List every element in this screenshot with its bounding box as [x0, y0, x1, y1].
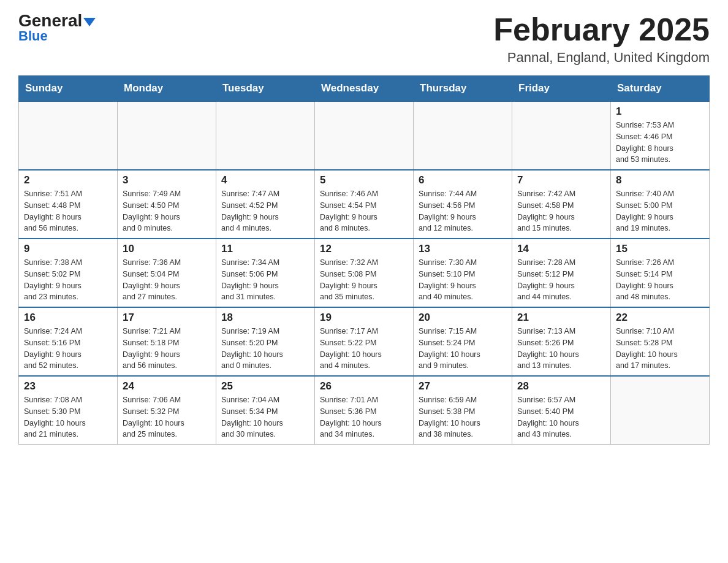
day-number: 19	[320, 312, 408, 324]
day-number: 6	[419, 174, 507, 186]
logo-triangle-icon	[83, 18, 96, 26]
day-number: 13	[419, 243, 507, 255]
day-info: Sunrise: 6:59 AMSunset: 5:38 PMDaylight:…	[419, 394, 507, 440]
header-sunday: Sunday	[19, 76, 118, 102]
header-saturday: Saturday	[611, 76, 710, 102]
day-number: 3	[123, 174, 211, 186]
calendar-cell-w4-d5: 21Sunrise: 7:13 AMSunset: 5:26 PMDayligh…	[512, 307, 611, 376]
day-info: Sunrise: 7:01 AMSunset: 5:36 PMDaylight:…	[320, 394, 408, 440]
day-number: 17	[123, 312, 211, 324]
day-info: Sunrise: 7:51 AMSunset: 4:48 PMDaylight:…	[24, 188, 112, 234]
day-info: Sunrise: 7:49 AMSunset: 4:50 PMDaylight:…	[123, 188, 211, 234]
calendar-cell-w3-d0: 9Sunrise: 7:38 AMSunset: 5:02 PMDaylight…	[19, 239, 118, 307]
calendar-cell-w5-d3: 26Sunrise: 7:01 AMSunset: 5:36 PMDayligh…	[315, 376, 414, 445]
day-info: Sunrise: 7:32 AMSunset: 5:08 PMDaylight:…	[320, 257, 408, 303]
day-number: 5	[320, 174, 408, 186]
calendar-cell-w2-d4: 6Sunrise: 7:44 AMSunset: 4:56 PMDaylight…	[414, 170, 512, 239]
weekday-header-row: Sunday Monday Tuesday Wednesday Thursday…	[19, 76, 710, 102]
day-number: 2	[24, 174, 112, 186]
calendar-cell-w1-d2	[216, 101, 315, 170]
day-number: 9	[24, 243, 112, 255]
day-number: 26	[320, 380, 408, 393]
day-info: Sunrise: 7:40 AMSunset: 5:00 PMDaylight:…	[616, 188, 704, 234]
day-info: Sunrise: 7:53 AMSunset: 4:46 PMDaylight:…	[616, 120, 704, 166]
day-number: 25	[221, 380, 309, 393]
calendar-cell-w5-d4: 27Sunrise: 6:59 AMSunset: 5:38 PMDayligh…	[414, 376, 512, 445]
calendar-cell-w4-d6: 22Sunrise: 7:10 AMSunset: 5:28 PMDayligh…	[611, 307, 710, 376]
day-info: Sunrise: 7:24 AMSunset: 5:16 PMDaylight:…	[24, 326, 112, 372]
day-info: Sunrise: 7:21 AMSunset: 5:18 PMDaylight:…	[123, 326, 211, 372]
day-info: Sunrise: 7:19 AMSunset: 5:20 PMDaylight:…	[221, 326, 309, 372]
day-number: 10	[123, 243, 211, 255]
week-row-2: 2Sunrise: 7:51 AMSunset: 4:48 PMDaylight…	[19, 170, 710, 239]
day-info: Sunrise: 7:17 AMSunset: 5:22 PMDaylight:…	[320, 326, 408, 372]
day-number: 12	[320, 243, 408, 255]
day-number: 28	[517, 380, 605, 393]
day-info: Sunrise: 7:26 AMSunset: 5:14 PMDaylight:…	[616, 257, 704, 303]
calendar-cell-w2-d0: 2Sunrise: 7:51 AMSunset: 4:48 PMDaylight…	[19, 170, 118, 239]
day-info: Sunrise: 7:30 AMSunset: 5:10 PMDaylight:…	[419, 257, 507, 303]
day-info: Sunrise: 7:34 AMSunset: 5:06 PMDaylight:…	[221, 257, 309, 303]
calendar-cell-w3-d1: 10Sunrise: 7:36 AMSunset: 5:04 PMDayligh…	[118, 239, 216, 307]
calendar-cell-w5-d1: 24Sunrise: 7:06 AMSunset: 5:32 PMDayligh…	[118, 376, 216, 445]
calendar-cell-w4-d3: 19Sunrise: 7:17 AMSunset: 5:22 PMDayligh…	[315, 307, 414, 376]
calendar-subtitle: Pannal, England, United Kingdom	[493, 50, 710, 66]
logo-top: General	[18, 12, 96, 29]
day-info: Sunrise: 7:47 AMSunset: 4:52 PMDaylight:…	[221, 188, 309, 234]
day-info: Sunrise: 7:15 AMSunset: 5:24 PMDaylight:…	[419, 326, 507, 372]
calendar-cell-w2-d5: 7Sunrise: 7:42 AMSunset: 4:58 PMDaylight…	[512, 170, 611, 239]
title-area: February 2025 Pannal, England, United Ki…	[493, 12, 710, 66]
week-row-4: 16Sunrise: 7:24 AMSunset: 5:16 PMDayligh…	[19, 307, 710, 376]
day-info: Sunrise: 7:04 AMSunset: 5:34 PMDaylight:…	[221, 394, 309, 440]
day-number: 11	[221, 243, 309, 255]
day-number: 7	[517, 174, 605, 186]
day-info: Sunrise: 7:46 AMSunset: 4:54 PMDaylight:…	[320, 188, 408, 234]
calendar-cell-w4-d2: 18Sunrise: 7:19 AMSunset: 5:20 PMDayligh…	[216, 307, 315, 376]
day-number: 14	[517, 243, 605, 255]
day-number: 24	[123, 380, 211, 393]
calendar-cell-w3-d3: 12Sunrise: 7:32 AMSunset: 5:08 PMDayligh…	[315, 239, 414, 307]
day-number: 1	[616, 105, 704, 118]
day-number: 21	[517, 312, 605, 324]
calendar-cell-w1-d6: 1Sunrise: 7:53 AMSunset: 4:46 PMDaylight…	[611, 101, 710, 170]
calendar-cell-w1-d4	[414, 101, 512, 170]
calendar-cell-w1-d0	[19, 101, 118, 170]
day-info: Sunrise: 7:38 AMSunset: 5:02 PMDaylight:…	[24, 257, 112, 303]
day-info: Sunrise: 6:57 AMSunset: 5:40 PMDaylight:…	[517, 394, 605, 440]
calendar-cell-w3-d2: 11Sunrise: 7:34 AMSunset: 5:06 PMDayligh…	[216, 239, 315, 307]
calendar-cell-w3-d6: 15Sunrise: 7:26 AMSunset: 5:14 PMDayligh…	[611, 239, 710, 307]
header-monday: Monday	[118, 76, 216, 102]
day-info: Sunrise: 7:10 AMSunset: 5:28 PMDaylight:…	[616, 326, 704, 372]
header-thursday: Thursday	[414, 76, 512, 102]
calendar-cell-w3-d5: 14Sunrise: 7:28 AMSunset: 5:12 PMDayligh…	[512, 239, 611, 307]
calendar-cell-w3-d4: 13Sunrise: 7:30 AMSunset: 5:10 PMDayligh…	[414, 239, 512, 307]
calendar-cell-w2-d6: 8Sunrise: 7:40 AMSunset: 5:00 PMDaylight…	[611, 170, 710, 239]
week-row-1: 1Sunrise: 7:53 AMSunset: 4:46 PMDaylight…	[19, 101, 710, 170]
day-number: 22	[616, 312, 704, 324]
day-info: Sunrise: 7:06 AMSunset: 5:32 PMDaylight:…	[123, 394, 211, 440]
day-number: 16	[24, 312, 112, 324]
calendar-cell-w4-d0: 16Sunrise: 7:24 AMSunset: 5:16 PMDayligh…	[19, 307, 118, 376]
calendar-table: Sunday Monday Tuesday Wednesday Thursday…	[18, 75, 710, 445]
day-number: 27	[419, 380, 507, 393]
day-info: Sunrise: 7:28 AMSunset: 5:12 PMDaylight:…	[517, 257, 605, 303]
header-tuesday: Tuesday	[216, 76, 315, 102]
logo-bottom: Blue	[18, 28, 48, 44]
calendar-cell-w5-d2: 25Sunrise: 7:04 AMSunset: 5:34 PMDayligh…	[216, 376, 315, 445]
day-info: Sunrise: 7:44 AMSunset: 4:56 PMDaylight:…	[419, 188, 507, 234]
day-number: 23	[24, 380, 112, 393]
day-number: 15	[616, 243, 704, 255]
calendar-cell-w1-d3	[315, 101, 414, 170]
week-row-3: 9Sunrise: 7:38 AMSunset: 5:02 PMDaylight…	[19, 239, 710, 307]
day-number: 18	[221, 312, 309, 324]
page-header: General Blue February 2025 Pannal, Engla…	[18, 12, 710, 66]
calendar-title: February 2025	[493, 12, 710, 47]
header-wednesday: Wednesday	[315, 76, 414, 102]
day-info: Sunrise: 7:36 AMSunset: 5:04 PMDaylight:…	[123, 257, 211, 303]
calendar-cell-w4-d1: 17Sunrise: 7:21 AMSunset: 5:18 PMDayligh…	[118, 307, 216, 376]
calendar-cell-w2-d2: 4Sunrise: 7:47 AMSunset: 4:52 PMDaylight…	[216, 170, 315, 239]
week-row-5: 23Sunrise: 7:08 AMSunset: 5:30 PMDayligh…	[19, 376, 710, 445]
day-info: Sunrise: 7:08 AMSunset: 5:30 PMDaylight:…	[24, 394, 112, 440]
logo: General Blue	[18, 12, 96, 44]
calendar-cell-w2-d3: 5Sunrise: 7:46 AMSunset: 4:54 PMDaylight…	[315, 170, 414, 239]
